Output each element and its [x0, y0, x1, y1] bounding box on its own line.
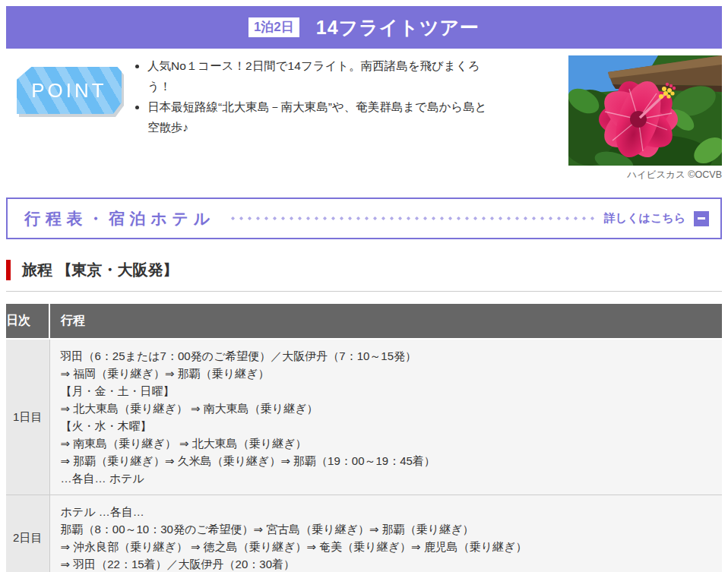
detail-link-label: 詳しくはこちら [604, 211, 685, 226]
table-header-row: 日次 行程 [6, 304, 722, 339]
day-cell: 2日目 [6, 495, 49, 572]
point-badge: POINT [17, 67, 122, 114]
itinerary-table: 日次 行程 1日目羽田（6：25または7：00発のご希望便）／大阪伊丹（7：10… [6, 304, 722, 572]
schedule-banner: 行程表・宿泊ホテル 詳しくはこちら [6, 198, 722, 239]
point-bullets: 人気No１コース！2日間で14フライト。南西諸島を飛びまくろ う！日本最短路線“… [132, 55, 558, 137]
page-title: 14フライトツアー [316, 15, 480, 40]
itinerary-heading: 旅程 【東京・大阪発】 [6, 260, 722, 280]
red-bar-accent [6, 260, 11, 280]
itinerary-cell: 羽田（6：25または7：00発のご希望便）／大阪伊丹（7：10～15発） ⇒ 福… [49, 339, 722, 495]
point-badge-label: POINT [31, 79, 106, 103]
column-header-day: 日次 [6, 304, 49, 339]
itinerary-cell: ホテル …各自… 那覇（8：00～10：30発のご希望便）⇒ 宮古島（乗り継ぎ）… [49, 495, 722, 572]
itinerary-heading-text: 旅程 【東京・大阪発】 [22, 260, 179, 280]
point-section: POINT 人気No１コース！2日間で14フライト。南西諸島を飛びまくろ う！日… [6, 55, 722, 186]
tour-page: 1泊2日 14フライトツアー POINT 人気No１コース！2日間で14フライト… [0, 0, 728, 572]
column-header-plan: 行程 [49, 304, 722, 339]
schedule-banner-title: 行程表・宿泊ホテル [24, 208, 215, 229]
table-row: 2日目ホテル …各自… 那覇（8：00～10：30発のご希望便）⇒ 宮古島（乗り… [6, 495, 722, 572]
table-row: 1日目羽田（6：25または7：00発のご希望便）／大阪伊丹（7：10～15発） … [6, 339, 722, 495]
point-bullet: 人気No１コース！2日間で14フライト。南西諸島を飛びまくろ う！ [147, 55, 558, 96]
detail-toggle-link[interactable]: 詳しくはこちら [604, 211, 709, 226]
minus-icon[interactable] [694, 211, 709, 226]
divider-rule [6, 291, 722, 292]
hibiscus-photo-image [568, 55, 722, 166]
dotted-leader [229, 216, 597, 220]
day-cell: 1日目 [6, 339, 49, 495]
duration-badge: 1泊2日 [248, 17, 299, 37]
point-bullet: 日本最短路線“北大東島－南大東島”や、奄美群島まで島から島と 空散歩♪ [147, 96, 558, 137]
hibiscus-photo: ハイビスカス ©OCVB [568, 55, 722, 182]
photo-caption: ハイビスカス ©OCVB [568, 169, 722, 182]
page-header: 1泊2日 14フライトツアー [6, 6, 722, 49]
